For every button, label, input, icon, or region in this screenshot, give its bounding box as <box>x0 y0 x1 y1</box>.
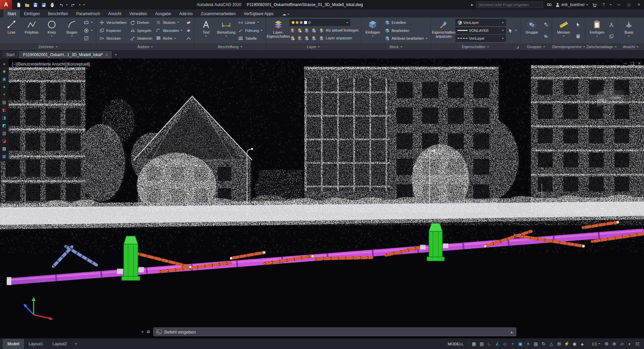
dock-tool-13[interactable]: ▩ <box>1 153 8 160</box>
command-close-icon[interactable]: × <box>141 329 144 334</box>
dock-tool-1[interactable]: ▲ <box>1 60 8 67</box>
annotation-visibility-icon[interactable]: ◉ <box>571 340 578 348</box>
group-button[interactable]: Gruppe <box>522 18 541 43</box>
open-icon[interactable] <box>24 2 30 8</box>
ribbon-tab[interactable]: Verwalten <box>125 10 151 17</box>
clean-screen-icon[interactable]: ⊡ <box>634 340 641 348</box>
layout-tab[interactable]: Layout2 <box>48 339 72 349</box>
edit-block-button[interactable]: Bearbeiten <box>383 27 429 34</box>
ortho-icon[interactable]: ∟ <box>486 340 493 348</box>
save-as-icon[interactable] <box>41 2 47 8</box>
search-box[interactable] <box>476 1 543 8</box>
dock-tool-10[interactable]: ▥ <box>1 130 8 137</box>
viewcube-left-label[interactable]: LINKS <box>598 98 606 102</box>
dock-tool-11[interactable]: ◪ <box>1 138 8 144</box>
panel-label-layer[interactable]: Layer <box>266 43 361 50</box>
layer-lock-tool-icon[interactable] <box>311 28 316 33</box>
dock-tool-6[interactable]: ▤ <box>1 99 8 106</box>
panel-label-gruppen[interactable]: Gruppen <box>520 43 552 50</box>
ribbon-tab[interactable]: Start <box>3 10 20 17</box>
panel-label-ansicht[interactable]: Ansicht <box>617 43 644 50</box>
graphics-performance-icon[interactable]: ⚡ <box>563 340 571 348</box>
layer-select[interactable]: 0 <box>290 19 350 26</box>
mirror-button[interactable]: Spiegeln <box>129 27 154 34</box>
copy-clip-button[interactable] <box>607 33 615 40</box>
layer-off-icon[interactable] <box>290 28 295 33</box>
object-snap-icon[interactable]: ▣ <box>517 340 524 348</box>
save-icon[interactable] <box>32 2 38 8</box>
join-button[interactable] <box>185 35 193 42</box>
user-account-button[interactable]: erik_buettner <box>555 2 588 7</box>
table-button[interactable]: Tabelle <box>237 35 264 42</box>
grid-icon[interactable]: ▦ <box>470 340 478 348</box>
connect-cloud-button[interactable]: ☁ <box>280 11 292 17</box>
viewport-minimize-icon[interactable]: ─ <box>624 61 627 66</box>
qat-customize-icon[interactable] <box>83 4 85 6</box>
search-input[interactable] <box>478 3 541 7</box>
lineweight-icon[interactable]: ≡ <box>524 340 532 348</box>
dock-tool-8[interactable]: ◨ <box>1 114 8 121</box>
app-store-icon[interactable] <box>591 1 598 8</box>
layer-on-tool-icon[interactable] <box>290 35 295 41</box>
file-tab-start[interactable]: Start <box>2 51 19 59</box>
quick-calc-button[interactable] <box>574 33 582 40</box>
quick-select-button[interactable] <box>507 27 518 34</box>
erase-button[interactable] <box>185 19 193 26</box>
arc-button[interactable]: Bogen <box>62 18 82 43</box>
command-customize-icon[interactable]: ⚙ <box>147 329 150 334</box>
dock-tool-2[interactable]: ◆ <box>1 68 8 75</box>
rectangle-button[interactable] <box>82 19 94 26</box>
text-button[interactable]: Text <box>196 18 216 43</box>
dock-tool-9[interactable]: ◩ <box>1 122 8 129</box>
make-current-button[interactable]: Als aktuell festlegen <box>318 27 359 34</box>
viewport-view-control[interactable]: [Benutzerdefinierte Ansicht] <box>17 62 66 67</box>
viewport-visual-style-control[interactable]: [Konzeptuell] <box>67 62 90 67</box>
ribbon-tab[interactable]: Ansicht <box>104 10 125 17</box>
autoscale-icon[interactable]: ▲ <box>578 340 586 348</box>
layer-properties-button[interactable]: Layer-Eigenschaften <box>268 18 289 43</box>
stretch-button[interactable]: Strecken <box>98 35 128 42</box>
dynamic-ucs-icon[interactable]: △ <box>548 340 555 348</box>
new-layout-button[interactable]: + <box>72 339 81 349</box>
donut-button[interactable] <box>82 27 94 34</box>
panel-label-aendern[interactable]: Ändern <box>96 43 194 50</box>
explode-button[interactable] <box>185 27 193 34</box>
close-button[interactable]: × <box>634 0 644 9</box>
undo-dropdown-icon[interactable] <box>66 4 68 6</box>
viewcube-front-label[interactable]: VORNE <box>610 96 621 100</box>
array-button[interactable]: Reihe <box>154 35 184 42</box>
ribbon-tab[interactable]: Ausgabe <box>151 10 175 17</box>
layer-unlock-icon[interactable] <box>304 35 309 41</box>
group-edit-button[interactable] <box>542 33 550 40</box>
transparency-icon[interactable]: ▨ <box>532 340 540 348</box>
dimension-button[interactable]: Bemaßung <box>216 18 236 43</box>
polyline-button[interactable]: Polylinie <box>22 18 41 43</box>
new-drawing-icon[interactable] <box>15 2 22 8</box>
panel-label-eigenschaften[interactable]: Eigenschaften <box>431 43 520 50</box>
panel-label-block[interactable]: Block <box>361 43 431 50</box>
ungroup-button[interactable] <box>542 21 550 28</box>
copy-button[interactable]: Kopieren <box>98 27 128 34</box>
hatch-button[interactable] <box>82 35 94 42</box>
layout-tab[interactable]: Layout1 <box>24 339 48 349</box>
maximize-button[interactable]: □ <box>624 0 634 9</box>
match-properties-button[interactable]: Eigenschaften anpassen <box>433 18 455 43</box>
app-menu-button[interactable]: A <box>0 0 12 9</box>
plot-icon[interactable] <box>49 2 55 8</box>
measure-button[interactable]: Messen <box>554 18 573 43</box>
undo-icon[interactable] <box>57 2 64 8</box>
viewcube[interactable]: LINKS VORNE <box>597 89 624 107</box>
trim-button[interactable]: Stutzen <box>154 19 184 26</box>
linetype-select[interactable]: VonLayer <box>455 35 506 42</box>
command-history-icon[interactable]: ▲ <box>510 330 513 334</box>
annotation-monitor-icon[interactable]: ⊕ <box>610 340 618 348</box>
manhole-shaft-1[interactable] <box>122 236 140 280</box>
help-dropdown-icon[interactable] <box>610 4 612 6</box>
insert-block-button[interactable]: Einfügen <box>363 18 383 43</box>
ribbon-tab[interactable]: Einfügen <box>20 10 44 17</box>
viewport-close-icon[interactable]: × <box>638 61 641 66</box>
dynamic-input-icon[interactable]: ⊞ <box>555 340 563 348</box>
rotate-button[interactable]: Drehen <box>129 19 154 26</box>
manhole-shaft-2[interactable] <box>427 223 444 261</box>
ribbon-tab[interactable]: Parametrisch <box>72 10 104 17</box>
